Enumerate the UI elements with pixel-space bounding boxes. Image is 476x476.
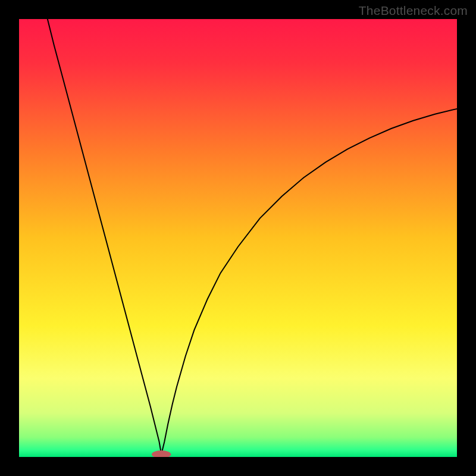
watermark-text: TheBottleneck.com [359,4,468,18]
gradient-background [19,19,457,457]
chart-container: TheBottleneck.com [0,0,476,476]
chart-svg [19,19,457,457]
plot-area [19,19,457,457]
